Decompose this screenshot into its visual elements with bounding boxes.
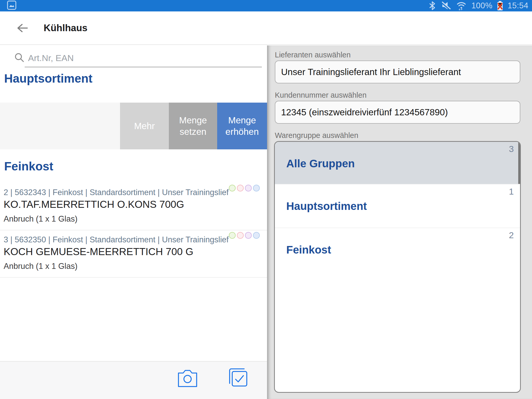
group-name: Alle Gruppen <box>286 157 355 170</box>
footer-action-bar <box>0 361 267 399</box>
multi-select-button[interactable] <box>227 367 248 389</box>
app-header: Kühlhaus <box>0 11 532 45</box>
supplier-value: Unser Trainingslieferant Ihr Lieblingsli… <box>281 67 461 77</box>
product-subtitle: Anbruch (1 x 1 Glas) <box>4 262 77 271</box>
back-button[interactable] <box>15 21 30 35</box>
product-subtitle: Anbruch (1 x 1 Glas) <box>4 214 77 224</box>
status-dot-blue-icon <box>253 232 260 239</box>
customer-number-label: Kundennummer auswählen <box>275 91 367 99</box>
arrow-left-icon <box>16 23 28 33</box>
bluetooth-icon <box>428 1 436 11</box>
group-item-hauptsortiment[interactable]: 1 Hauptsortiment <box>275 184 520 228</box>
page-title: Kühlhaus <box>44 23 88 34</box>
screenshot-thumbnail-icon <box>7 0 17 11</box>
product-group-list: 3 Alle Gruppen 1 Hauptsortiment 2 Feinko… <box>274 141 521 393</box>
group-item-alle-gruppen[interactable]: 3 Alle Gruppen <box>275 142 520 184</box>
set-quantity-button[interactable]: Menge setzen <box>169 103 217 149</box>
status-dot-pink-icon <box>237 185 244 191</box>
status-dot-blue-icon <box>253 185 260 191</box>
wifi-icon <box>455 1 467 11</box>
more-button[interactable]: Mehr <box>120 103 169 149</box>
supplier-label: Lieferanten auswählen <box>275 51 351 59</box>
group-name: Hauptsortiment <box>286 200 367 212</box>
article-list-panel: Hauptsortiment Mehr Menge setzen Menge e… <box>0 45 267 399</box>
product-row-1[interactable]: 2 | 5632343 | Feinkost | Standardsortime… <box>0 183 267 230</box>
clock-text: 15:54 <box>508 1 528 10</box>
customer-number-select[interactable]: 12345 (einszweidreivierfünf 1234567890) <box>275 101 520 124</box>
increase-quantity-button[interactable]: Menge erhöhen <box>217 103 267 149</box>
swipe-action-row: Mehr Menge setzen Menge erhöhen <box>0 103 267 149</box>
status-dot-green-icon <box>229 185 236 191</box>
filter-panel: Lieferanten auswählen Unser Trainingslie… <box>267 45 532 399</box>
group-name: Feinkost <box>286 244 331 256</box>
status-dot-pink-icon <box>237 232 244 239</box>
status-bar: 100% 15:54 <box>0 0 532 11</box>
product-meta: 3 | 5632350 | Feinkost | Standardsortime… <box>4 235 230 244</box>
status-dot-purple-icon <box>245 185 252 191</box>
app-root: 100% 15:54 Kühlhaus <box>0 0 532 399</box>
group-item-feinkost[interactable]: 2 Feinkost <box>275 228 520 271</box>
product-title: KO.TAF.MEERRETTICH O.KONS 700G <box>4 199 184 210</box>
status-dot-row <box>229 185 260 191</box>
status-dot-purple-icon <box>245 232 252 239</box>
group-count: 1 <box>509 187 514 197</box>
product-row-2[interactable]: 3 | 5632350 | Feinkost | Standardsortime… <box>0 230 267 278</box>
battery-alert-icon <box>497 1 503 11</box>
section-heading-hauptsortiment: Hauptsortiment <box>4 71 92 85</box>
volume-muted-icon <box>440 1 451 11</box>
section-heading-feinkost: Feinkost <box>4 159 53 173</box>
customer-number-value: 12345 (einszweidreivierfünf 1234567890) <box>281 107 448 117</box>
status-dot-green-icon <box>229 232 236 239</box>
camera-button[interactable] <box>177 368 198 389</box>
supplier-select[interactable]: Unser Trainingslieferant Ihr Lieblingsli… <box>275 61 520 83</box>
main-content: Hauptsortiment Mehr Menge setzen Menge e… <box>0 45 532 399</box>
product-title: KOCH GEMUESE-MEERRETTICH 700 G <box>4 246 193 257</box>
group-count: 3 <box>509 144 514 154</box>
search-underline <box>25 67 262 67</box>
battery-percent-text: 100% <box>471 1 493 10</box>
list-scrollbar[interactable] <box>518 142 520 184</box>
multi-select-check-icon <box>227 367 248 388</box>
product-group-label: Warengruppe auswählen <box>275 131 358 140</box>
group-count: 2 <box>509 230 514 240</box>
search-input[interactable] <box>28 51 257 65</box>
search-icon <box>14 52 25 64</box>
status-dot-row <box>229 232 260 239</box>
camera-icon <box>177 368 198 388</box>
product-meta: 2 | 5632343 | Feinkost | Standardsortime… <box>4 188 230 197</box>
